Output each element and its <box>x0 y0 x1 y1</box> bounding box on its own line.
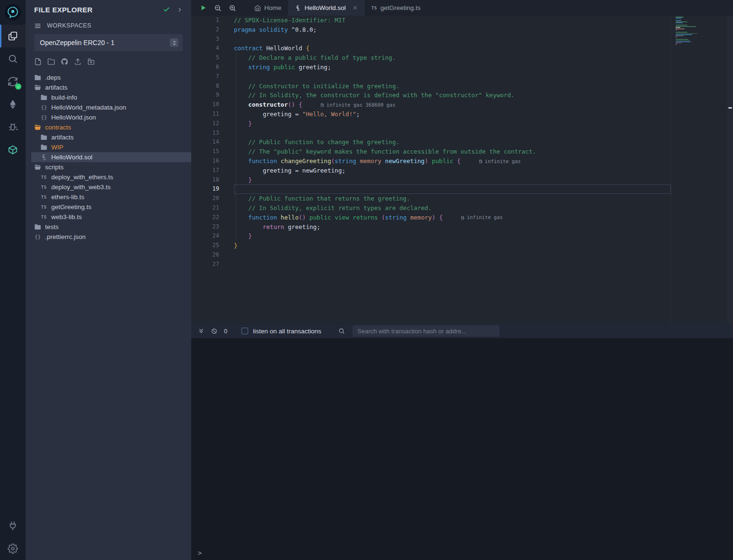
workspace-select[interactable]: OpenZeppelin ERC20 - 1 <box>34 34 183 51</box>
minimap-line <box>676 26 696 27</box>
tab-home[interactable]: Home <box>248 0 288 16</box>
iconbar-deploy-and-run[interactable] <box>0 93 26 116</box>
editor-scrollbar[interactable] <box>727 16 733 324</box>
tab-helloworld-sol[interactable]: HelloWorld.sol <box>288 0 365 16</box>
tab-label: HelloWorld.sol <box>305 4 346 11</box>
ts-icon: TS <box>40 195 47 200</box>
upload-folder-icon[interactable] <box>87 58 95 65</box>
line-number: 3 <box>191 35 219 44</box>
file-deploy-with-web3-ts[interactable]: TSdeploy_with_web3.ts <box>26 182 191 192</box>
file-label: WIP <box>51 144 64 151</box>
iconbar-debugger[interactable] <box>0 116 26 138</box>
scrollbar-handle[interactable] <box>728 107 732 109</box>
new-file-icon[interactable] <box>34 58 42 65</box>
terminal-prompt: > <box>198 549 202 557</box>
terminal[interactable]: > <box>191 338 733 560</box>
code-line: 6 string public greeting; <box>191 63 733 72</box>
minimap-line <box>676 24 712 25</box>
check-icon[interactable] <box>163 6 170 13</box>
indent-guide <box>236 53 236 241</box>
main-area: HomeHelloWorld.solTSgetGreeting.ts 1// S… <box>191 0 733 560</box>
menu-icon[interactable] <box>34 22 41 29</box>
workspace-name: OpenZeppelin ERC20 - 1 <box>40 39 114 46</box>
zoom-in-icon[interactable] <box>229 4 236 12</box>
minimap-line <box>676 33 697 34</box>
home-icon <box>254 5 261 11</box>
code-line: 9 // In Solidity, the constructor is def… <box>191 91 733 100</box>
code-line: 11 greeting = "Hello, World!"; <box>191 110 733 119</box>
file-label: scripts <box>45 164 64 171</box>
terminal-expand-icon[interactable] <box>198 328 204 334</box>
solidity-icon <box>295 5 301 11</box>
check-icon <box>17 85 20 89</box>
line-number: 13 <box>191 129 219 138</box>
file-artifacts[interactable]: artifacts <box>26 132 191 142</box>
run-script-button[interactable] <box>200 4 207 11</box>
tab-getgreeting-ts[interactable]: TSgetGreeting.ts <box>365 0 427 16</box>
file--prettierrc-json[interactable]: {}.prettierrc.json <box>26 232 191 242</box>
search-icon <box>8 54 18 64</box>
iconbar-remix-logo[interactable] <box>0 0 26 25</box>
code-line: 13 <box>191 129 733 138</box>
zoom-out-icon[interactable] <box>214 4 222 12</box>
file-getgreeting-ts[interactable]: TSgetGreeting.ts <box>26 202 191 212</box>
explorer-toolbar <box>34 58 183 66</box>
file-wip[interactable]: WIP <box>26 142 191 152</box>
file-scripts[interactable]: scripts <box>26 162 191 172</box>
new-folder-icon[interactable] <box>47 58 55 65</box>
file-label: ethers-lib.ts <box>51 193 84 201</box>
listen-label: listen on all transactions <box>253 328 321 335</box>
line-number: 16 <box>191 156 219 166</box>
code-line: 17 greeting = newGreeting; <box>191 166 733 175</box>
iconbar-settings[interactable] <box>0 537 26 560</box>
iconbar-file-explorer[interactable] <box>0 25 26 47</box>
file-label: .prettierrc.json <box>45 233 86 240</box>
ts-icon: TS <box>40 205 47 210</box>
code-line: 15 // The "public" keyword makes the fun… <box>191 147 733 156</box>
file-deploy-with-ethers-ts[interactable]: TSdeploy_with_ethers.ts <box>26 172 191 182</box>
ts-icon: TS <box>371 6 377 10</box>
line-number: 7 <box>191 72 219 82</box>
file--deps[interactable]: .deps <box>26 73 191 83</box>
line-number: 20 <box>191 194 219 203</box>
plugin-connector-icon <box>8 521 18 531</box>
transaction-search-input[interactable] <box>353 325 500 337</box>
close-icon[interactable] <box>352 5 358 11</box>
minimap-line <box>676 38 712 39</box>
file-helloworld-json[interactable]: {}HelloWorld.json <box>26 112 191 122</box>
code-editor[interactable]: 1// SPDX-License-Identifier: MIT2pragma … <box>191 16 733 324</box>
file-tests[interactable]: tests <box>26 222 191 232</box>
line-number: 15 <box>191 147 219 156</box>
file-label: getGreeting.ts <box>51 203 92 211</box>
folder-icon <box>34 223 41 230</box>
file-helloworld-metadata-json[interactable]: {}HelloWorld_metadata.json <box>26 102 191 112</box>
file-label: deploy_with_web3.ts <box>51 184 111 191</box>
listen-checkbox[interactable] <box>241 328 248 334</box>
minimap[interactable] <box>676 17 712 48</box>
file-web3-lib-ts[interactable]: TSweb3-lib.ts <box>26 212 191 222</box>
file-helloworld-sol[interactable]: HelloWorld.sol <box>26 152 191 162</box>
file-contracts[interactable]: contracts <box>26 122 191 132</box>
iconbar-search[interactable] <box>0 47 26 70</box>
iconbar-top <box>0 0 26 161</box>
file-label: HelloWorld_metadata.json <box>51 104 126 111</box>
file-artifacts[interactable]: artifacts <box>26 83 191 92</box>
minimap-line <box>676 19 712 20</box>
github-icon[interactable] <box>61 58 68 65</box>
file-ethers-lib-ts[interactable]: TSethers-lib.ts <box>26 192 191 202</box>
iconbar-plugin[interactable] <box>0 138 26 161</box>
folder-icon <box>40 94 47 101</box>
iconbar-plugin-connector[interactable] <box>0 514 26 537</box>
code-line: 2pragma solidity ^0.8.0; <box>191 25 733 35</box>
chevron-right-icon[interactable] <box>176 7 183 13</box>
upload-file-icon[interactable] <box>74 58 82 65</box>
folder-open-icon <box>34 84 41 91</box>
tabs: HomeHelloWorld.solTSgetGreeting.ts <box>248 0 427 16</box>
clear-console-icon[interactable] <box>211 328 217 334</box>
code-line: 5 // Declare a public field of type stri… <box>191 53 733 63</box>
minimap-line <box>676 40 690 41</box>
iconbar-solidity-compiler[interactable] <box>0 70 26 93</box>
file-label: HelloWorld.json <box>51 114 96 121</box>
iconbar-bottom <box>0 514 26 560</box>
file-build-info[interactable]: build-info <box>26 92 191 102</box>
